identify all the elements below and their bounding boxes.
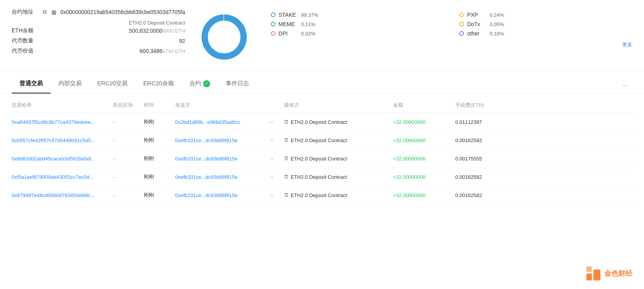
qr-button[interactable]: ▦ — [51, 8, 57, 16]
token-value-value: 600.34866794 ETH — [43, 48, 185, 54]
time-value: 刚刚 — [144, 118, 175, 125]
receiver-name: ETH2.0 Deposit Contract — [291, 174, 347, 180]
sender-address-link[interactable]: 0xefb331ce...dc93b86f815e — [175, 192, 268, 198]
receiver-doc-icon: 🗒 — [284, 156, 289, 161]
receiver-cell: 🗒 ETH2.0 Deposit Contract — [284, 156, 393, 162]
receiver-doc-icon: 🗒 — [284, 119, 289, 125]
amount-value: +32.00000000 — [393, 192, 455, 198]
amount-value: +32.00000000 — [393, 137, 455, 143]
col-header-txhash: 交易哈希 — [12, 102, 113, 109]
tab-normal-tx[interactable]: 普通交易 — [12, 74, 51, 93]
tx-hash-link[interactable]: 0xa64697f5cd9c8b77ca4379edeee... — [12, 119, 113, 125]
legend-dot-other — [459, 31, 464, 36]
col-header-arrow — [268, 102, 284, 109]
direction-arrow-icon: → — [268, 155, 284, 162]
legend-item-dpi: DPI 0.02% — [271, 30, 444, 37]
legend-name-stake: STAKE — [279, 12, 298, 18]
table-header-row: 交易哈希 所在区块 时间 发送方 接收方 金额 手续费(ETH) — [12, 98, 632, 113]
block-value: -- — [113, 156, 144, 162]
fee-value: 0.00162582 — [455, 192, 510, 198]
legend-name-meme: MEME — [279, 21, 298, 27]
legend-item-other: other 0.16% — [459, 30, 632, 37]
legend-pct-pxp: 0.24% — [490, 12, 504, 18]
contract-name: ETH2.0 Deposit Contract — [43, 20, 185, 26]
time-value: 刚刚 — [144, 137, 175, 144]
legend-name-dpi: DPI — [279, 30, 298, 37]
receiver-cell: 🗒 ETH2.0 Deposit Contract — [284, 119, 393, 125]
col-header-amount: 金额 — [393, 102, 455, 109]
tx-hash-link[interactable]: 0xb957cfe42f0f7c47d9449b91c5d5... — [12, 137, 113, 143]
direction-arrow-icon: → — [268, 192, 284, 198]
copy-button[interactable]: ⧉ — [42, 8, 47, 16]
sender-address-link[interactable]: 0xefb331ce...dc93b86f815e — [175, 137, 268, 143]
legend-name-dotx: DoTx — [467, 21, 486, 27]
legend-item-pxp: PXP 0.24% — [459, 12, 632, 18]
receiver-name: ETH2.0 Deposit Contract — [291, 192, 347, 198]
fee-value: 0.00162582 — [455, 174, 510, 180]
tab-erc20-tx[interactable]: ERC20交易 — [89, 74, 135, 93]
receiver-cell: 🗒 ETH2.0 Deposit Contract — [284, 192, 393, 198]
time-value: 刚刚 — [144, 192, 175, 199]
token-count-label: 代币数量 — [12, 37, 39, 44]
sender-address-link[interactable]: 0x2bd1d89b...e988d35ad0cc — [175, 119, 268, 125]
block-value: -- — [113, 119, 144, 125]
sender-address-link[interactable]: 0xefb331ce...dc93b86f815e — [175, 156, 268, 162]
direction-arrow-icon: → — [268, 174, 284, 180]
eth-balance-value: 500,832.00006900 ETH — [43, 28, 185, 34]
direction-arrow-icon: → — [268, 137, 284, 143]
legend-dot-dpi — [271, 31, 275, 36]
amount-value: +32.00000000 — [393, 156, 455, 162]
token-value-label: 代币价值 — [12, 48, 39, 55]
legend-name-pxp: PXP — [467, 12, 486, 18]
tab-event-log[interactable]: 事件日志 — [218, 74, 257, 93]
tab-internal-tx[interactable]: 内部交易 — [51, 74, 89, 93]
receiver-name: ETH2.0 Deposit Contract — [291, 119, 347, 125]
tab-contract[interactable]: 合约 ✓ — [182, 74, 218, 93]
legend-pct-dotx: 0.05% — [490, 21, 504, 27]
legend-more-button[interactable]: 更多 — [459, 41, 632, 48]
legend-pct-stake: 99.37% — [301, 12, 318, 18]
tx-hash-link[interactable]: 0xf5a1aef879909ab43055cc7ec0d... — [12, 174, 113, 180]
legend-dot-dotx — [459, 22, 464, 26]
legend-item-stake: STAKE 99.37% — [271, 12, 444, 18]
contract-address-label: 合约地址 — [12, 9, 39, 16]
legend-pct-dpi: 0.02% — [301, 31, 316, 37]
table-row: 0xa64697f5cd9c8b77ca4379edeee... -- 刚刚 0… — [12, 113, 632, 131]
block-value: -- — [113, 137, 144, 143]
col-header-sender: 发送方 — [175, 102, 268, 109]
donut-chart — [197, 12, 251, 62]
col-header-fee: 手续费(ETH) — [455, 102, 510, 109]
chart-legend: STAKE 99.37% PXP 0.24% MEME 0.11% DoTx 0… — [263, 8, 632, 48]
svg-point-1 — [205, 18, 244, 56]
time-value: 刚刚 — [144, 173, 175, 180]
receiver-cell: 🗒 ETH2.0 Deposit Contract — [284, 174, 393, 180]
block-value: -- — [113, 192, 144, 198]
tx-hash-link[interactable]: 0x879497e48cd0060d783450e66b... — [12, 192, 113, 198]
sender-address-link[interactable]: 0xefb331ce...dc93b86f815e — [175, 174, 268, 180]
amount-value: +32.00000000 — [393, 174, 455, 180]
legend-name-other: other — [467, 30, 486, 37]
fee-value: 0.00175555 — [455, 156, 510, 162]
block-value: -- — [113, 174, 144, 180]
legend-item-dotx: DoTx 0.05% — [459, 21, 632, 27]
token-count-value: 92 — [43, 38, 185, 44]
receiver-doc-icon: 🗒 — [284, 192, 289, 198]
time-value: 刚刚 — [144, 155, 175, 162]
receiver-doc-icon: 🗒 — [284, 137, 289, 143]
legend-dot-stake — [271, 12, 275, 17]
tab-erc20-balance[interactable]: ERC20余额 — [135, 74, 181, 93]
tx-hash-link[interactable]: 0x8d83d02abd45caceb3d592befa8... — [12, 156, 113, 162]
legend-dot-pxp — [459, 12, 464, 17]
tab-contract-label: 合约 — [190, 80, 201, 87]
col-header-receiver: 接收方 — [284, 102, 393, 109]
receiver-name: ETH2.0 Deposit Contract — [291, 137, 347, 143]
receiver-name: ETH2.0 Deposit Contract — [291, 156, 347, 162]
receiver-cell: 🗒 ETH2.0 Deposit Contract — [284, 137, 393, 143]
col-header-time: 时间 — [144, 102, 175, 109]
direction-arrow-icon: → — [268, 119, 284, 125]
tabs-more-button[interactable]: ... — [619, 74, 632, 93]
contract-verified-badge: ✓ — [203, 80, 210, 87]
receiver-doc-icon: 🗒 — [284, 174, 289, 180]
contract-address-value: 0x00000000219ab540356cbb839cbe05303d7705… — [60, 9, 185, 15]
col-header-block: 所在区块 — [113, 102, 144, 109]
